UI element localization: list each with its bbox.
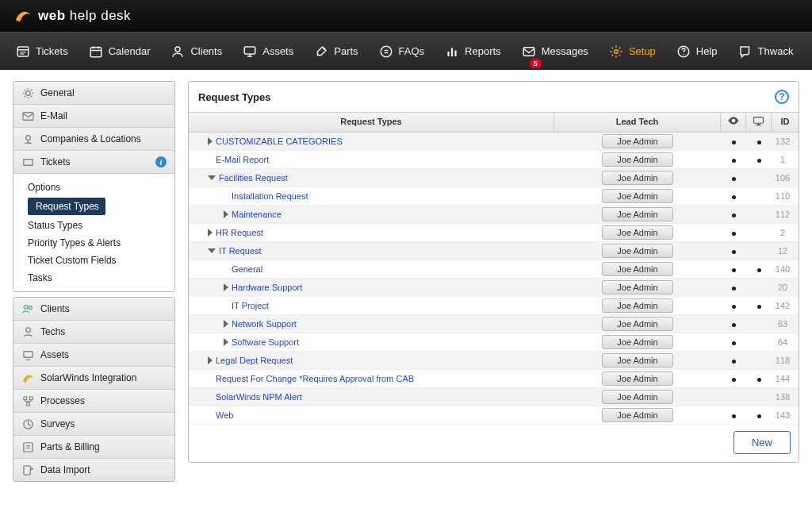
expand-icon[interactable] [208,356,213,364]
request-type-link[interactable]: Legal Dept Request [189,353,554,368]
lead-tech-button[interactable]: Joe Admin [602,171,673,185]
dot-icon [732,177,736,181]
col-head-tech[interactable]: Lead Tech [554,113,721,132]
new-button[interactable]: New [733,431,791,454]
table-row: IT RequestJoe Admin12 [189,242,799,260]
setup-sidebar: GeneralE-MailCompanies & LocationsTicket… [13,81,175,508]
request-type-link[interactable]: Installation Request [189,189,554,203]
lead-tech-button[interactable]: Joe Admin [602,152,673,167]
expand-icon[interactable] [224,338,228,346]
lead-tech-button[interactable]: Joe Admin [602,353,673,368]
calendar-icon [89,44,103,59]
request-type-link[interactable]: IT Request [189,244,554,258]
sidebar-sub-priority-types-alerts[interactable]: Priority Types & Alerts [13,234,174,252]
messages-icon [522,44,536,59]
nav-clients[interactable]: Clients [163,40,230,64]
sidebar-item-assets[interactable]: Assets [13,344,174,367]
request-types-panel: Request Types ? Request Types Lead Tech … [188,81,799,463]
collapse-icon[interactable] [208,248,216,253]
sidebar-item-tickets[interactable]: Ticketsi [13,151,174,174]
col-head-name[interactable]: Request Types [189,113,554,132]
cell-tech: Joe Admin [554,260,721,278]
nav-reports[interactable]: Reports [437,40,509,64]
svg-rect-35 [23,442,32,451]
expand-icon[interactable] [208,229,213,237]
request-type-link[interactable]: IT Project [189,298,554,313]
sidebar-item-general[interactable]: General [13,82,174,105]
request-type-link[interactable]: Software Support [189,335,554,349]
request-type-link[interactable]: General [189,262,554,276]
sidebar-item-surveys[interactable]: Surveys [13,413,174,436]
request-type-link[interactable]: SolarWinds NPM Alert [189,390,554,404]
expand-icon[interactable] [224,283,228,291]
sidebar-item-processes[interactable]: Processes [13,390,174,413]
request-type-link[interactable]: Hardware Support [189,280,554,294]
sidebar-sub-options[interactable]: Options [13,179,174,196]
request-type-link[interactable]: Facilities Request [189,171,554,185]
lead-tech-button[interactable]: Joe Admin [602,134,673,148]
clients-icon [170,44,185,59]
lead-tech-button[interactable]: Joe Admin [602,408,673,422]
sidebar-sub-request-types[interactable]: Request Types [28,198,105,215]
panel-help-icon[interactable]: ? [775,90,789,104]
main-nav: TicketsCalendarClientsAssetsPartsFAQsRep… [0,32,812,70]
dot-icon [757,159,761,163]
nav-thwack[interactable]: Thwack [730,40,802,64]
nav-faqs[interactable]: FAQs [371,40,433,64]
request-type-link[interactable]: Request For Change *Requires Approval fr… [189,371,554,386]
lead-tech-button[interactable]: Joe Admin [602,335,673,349]
sidebar-item-companies[interactable]: Companies & Locations [13,128,174,151]
expand-icon[interactable] [208,137,213,145]
dataimport-icon [21,464,34,476]
nav-tickets[interactable]: Tickets [8,40,76,64]
nav-messages[interactable]: Messages5 [514,40,596,64]
collapse-icon[interactable] [208,175,216,180]
col-head-display[interactable] [746,113,772,132]
lead-tech-button[interactable]: Joe Admin [602,189,673,203]
col-head-id[interactable]: ID [772,113,799,132]
info-icon[interactable]: i [155,156,167,167]
nav-assets[interactable]: Assets [235,40,301,64]
sidebar-item-clients[interactable]: Clients [13,298,174,321]
cell-visible [721,409,746,421]
sidebar-sub-ticket-custom-fields[interactable]: Ticket Custom Fields [13,252,174,269]
expand-icon[interactable] [224,320,228,328]
expand-icon[interactable] [224,210,228,218]
request-type-link[interactable]: HR Request [189,225,554,240]
lead-tech-button[interactable]: Joe Admin [602,244,673,258]
request-type-link[interactable]: Maintenance [189,207,554,221]
sidebar-item-label: Techs [40,326,65,337]
content-area: GeneralE-MailCompanies & LocationsTicket… [0,70,812,508]
sidebar-sub-status-types[interactable]: Status Types [13,217,174,234]
row-name: Hardware Support [232,283,302,292]
col-head-visible[interactable] [721,113,746,132]
sidebar-item-techs[interactable]: Techs [13,321,174,344]
lead-tech-button[interactable]: Joe Admin [602,280,673,294]
nav-calendar[interactable]: Calendar [81,40,159,64]
lead-tech-button[interactable]: Joe Admin [602,317,673,331]
request-type-link[interactable]: E-Mail Report [189,152,554,167]
sidebar-sub-tasks[interactable]: Tasks [13,269,174,287]
sidebar-item-billing[interactable]: Parts & Billing [13,436,174,459]
cell-tech: Joe Admin [554,224,721,241]
lead-tech-button[interactable]: Joe Admin [602,262,673,276]
sidebar-item-email[interactable]: E-Mail [13,105,174,128]
nav-help[interactable]: Help [668,40,726,64]
lead-tech-button[interactable]: Joe Admin [602,225,673,240]
request-type-link[interactable]: Network Support [189,317,554,331]
request-type-link[interactable]: Web [189,408,554,422]
panel-header: Request Types ? [189,82,799,113]
lead-tech-button[interactable]: Joe Admin [602,207,673,221]
lead-tech-button[interactable]: Joe Admin [602,390,673,404]
billing-icon [21,441,34,453]
sidebar-item-integration[interactable]: SolarWinds Integration [13,367,174,390]
dot-icon [732,360,736,364]
nav-setup[interactable]: Setup [601,40,664,64]
sidebar-item-dataimport[interactable]: Data Import [13,459,174,481]
nav-parts[interactable]: Parts [306,40,366,64]
cell-id: 118 [772,356,799,365]
lead-tech-button[interactable]: Joe Admin [602,298,673,313]
lead-tech-button[interactable]: Joe Admin [602,371,673,386]
request-type-link[interactable]: CUSTOMIZABLE CATEGORIES [189,134,554,148]
cell-visible [721,208,746,221]
